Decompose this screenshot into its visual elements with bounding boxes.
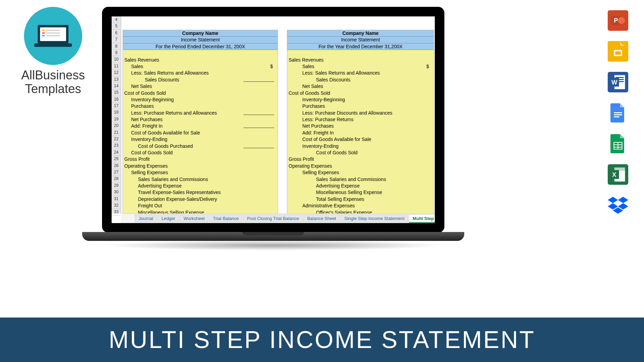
row-number: 31	[112, 196, 121, 202]
panel-period: For the Year Ended December 31,200X	[287, 43, 434, 50]
statement-line: Freight Out	[123, 203, 278, 209]
statement-line: Net Sales	[287, 83, 434, 90]
statement-line: Advertising Expense	[287, 183, 434, 189]
statement-line: Gross Profit	[287, 156, 434, 163]
statement-line: Travel Expense-Sales Representatives	[123, 189, 278, 196]
row-number: 24	[112, 149, 121, 156]
statement-line: Less: Sales Returns and Allowances	[287, 70, 434, 76]
svg-rect-7	[42, 35, 45, 36]
svg-rect-20	[614, 112, 622, 113]
statement-line: Operating Expenses	[123, 163, 278, 169]
spreadsheet-screen: 4567891011121314151617181920212223242526…	[112, 16, 435, 223]
statement-line: Depreciation Expense-Sales/Delivery	[123, 196, 278, 203]
statement-line: Selling Expenses	[123, 169, 278, 176]
statement-line: Sales$	[287, 63, 434, 70]
sheet-tab[interactable]: Single Step Income Statement	[341, 215, 408, 222]
sheet-tab[interactable]: Ledger	[158, 215, 179, 222]
statement-line: Sales Revenues	[123, 57, 278, 63]
statement-line: Cost of Goods Sold	[123, 90, 278, 96]
statement-line: Operating Expenses	[287, 163, 434, 169]
statement-line: Inventory-Ending	[123, 136, 278, 143]
row-numbers: 4567891011121314151617181920212223242526…	[112, 16, 121, 214]
svg-point-11	[618, 17, 625, 24]
statement-line: Administrative Expenses	[287, 203, 434, 209]
row-number: 13	[112, 76, 121, 83]
statement-line: Inventory-Beginning	[287, 96, 434, 103]
sheet-tab[interactable]: Post Closing Trial Balance	[243, 215, 303, 222]
income-statement-left: Company NameIncome StatementFor the Peri…	[123, 30, 278, 216]
laptop-base	[82, 232, 464, 241]
sheet-tab[interactable]: Journal	[135, 215, 157, 222]
sheet-tab[interactable]: Multi Step Income ...	[409, 215, 435, 223]
laptop-shadow	[103, 240, 445, 250]
row-number: 11	[112, 63, 121, 69]
statement-line: Less: Purchase Returns and Allowances	[123, 110, 278, 116]
statement-line: Less: Sales Returns and Allowances	[123, 70, 278, 76]
row-number: 19	[112, 116, 121, 122]
sheet-area: Company NameIncome StatementFor the Peri…	[121, 16, 435, 214]
statement-line: Selling Expenses	[287, 169, 434, 176]
title-banner: MULTI STEP INCOME STATEMENT	[0, 318, 644, 362]
sheet-tabs: JournalLedgerWorksheetTrial BalancePost …	[121, 214, 435, 223]
google-slides-icon	[608, 41, 628, 62]
statement-line: Purchases	[123, 103, 278, 109]
svg-text:P: P	[614, 17, 618, 24]
row-number: 6	[112, 30, 121, 36]
sheet-tab[interactable]: Balance Sheet	[303, 215, 340, 222]
statement-line: Cost of Goods Sold	[123, 150, 278, 156]
statement-line: Less: Purchase Discounts and Allowances	[287, 110, 434, 116]
row-number: 17	[112, 103, 121, 109]
statement-line: Cost of Goods Sold	[287, 90, 434, 96]
statement-line: Cost of Goods Purchased	[123, 143, 278, 150]
row-number: 20	[112, 122, 121, 129]
dropbox-icon	[608, 195, 628, 216]
statement-line: Sales Salaries and Commissions	[123, 176, 278, 183]
sheet-tab[interactable]: Worksheet	[180, 215, 209, 222]
excel-icon: X	[608, 164, 628, 185]
row-number: 30	[112, 189, 121, 195]
statement-line: Net Purchases	[287, 123, 434, 129]
google-sheets-icon	[608, 133, 628, 154]
statement-line: Add: Freight In	[123, 123, 278, 129]
statement-line: Add: Freight In	[287, 130, 434, 136]
row-number: 5	[112, 23, 121, 29]
logo-block: AllBusiness Templates	[14, 7, 92, 95]
row-number: 16	[112, 96, 121, 103]
svg-rect-22	[614, 116, 619, 117]
statement-line: Cost of Goods Sold	[287, 150, 434, 156]
row-number: 8	[112, 43, 121, 50]
statement-line: Cost of Goods Available for Sale	[123, 130, 278, 136]
row-number: 33	[112, 209, 121, 215]
sheet-tab[interactable]: Trial Balance	[209, 215, 242, 222]
svg-rect-8	[46, 35, 60, 36]
statement-line: Sales Revenues	[287, 57, 434, 63]
statement-line: Purchases	[287, 103, 434, 109]
row-number: 12	[112, 69, 121, 76]
svg-rect-21	[614, 114, 622, 115]
svg-text:W: W	[611, 79, 617, 86]
row-number: 29	[112, 182, 121, 189]
row-number: 32	[112, 202, 121, 209]
row-number: 10	[112, 56, 121, 63]
google-docs-icon	[608, 103, 628, 123]
row-number: 7	[112, 36, 121, 43]
statement-line: Miscellaneous Selling Expense	[287, 189, 434, 196]
row-number: 15	[112, 89, 121, 96]
panel-title: Income Statement	[123, 37, 278, 43]
powerpoint-icon: P	[608, 10, 628, 31]
svg-rect-2	[34, 43, 72, 47]
statement-line: Total Selling Expenses	[287, 196, 434, 203]
panel-company: Company Name	[287, 30, 434, 37]
row-number: 27	[112, 169, 121, 176]
svg-rect-5	[42, 33, 45, 34]
row-number: 25	[112, 156, 121, 162]
logo-icon	[24, 7, 82, 65]
statement-line: Gross Profit	[123, 156, 278, 163]
panel-title: Income Statement	[287, 37, 434, 43]
svg-rect-6	[46, 33, 60, 34]
row-number: 9	[112, 50, 121, 56]
statement-line: Sales Salaries and Commissions	[287, 176, 434, 183]
statement-line: Sales Discounts	[287, 77, 434, 83]
row-number: 21	[112, 129, 121, 136]
statement-line: Sales Discounts	[123, 77, 278, 83]
